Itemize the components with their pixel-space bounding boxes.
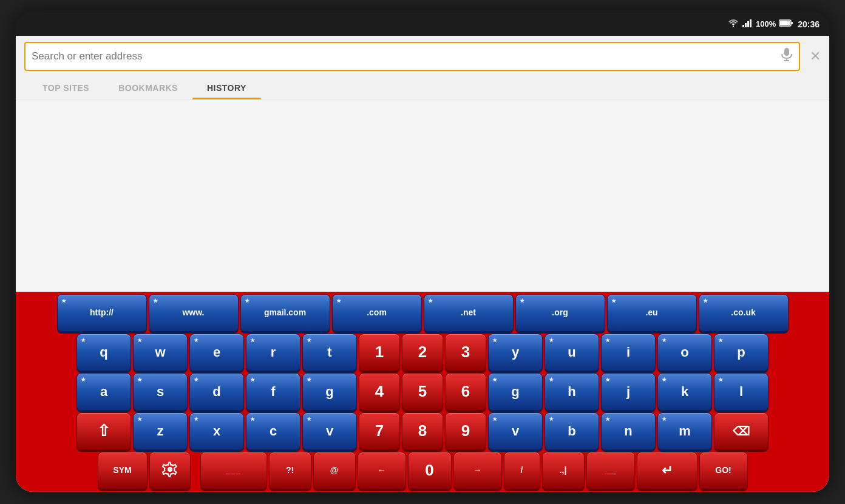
tab-history[interactable]: HISTORY	[192, 76, 261, 99]
key-dotnet[interactable]: ★ .net	[424, 294, 514, 332]
left-arrow-key[interactable]: ←	[358, 452, 406, 489]
slash-key[interactable]: /	[504, 452, 540, 489]
svg-point-10	[168, 467, 172, 472]
star-icon: ★	[662, 337, 667, 343]
key-z[interactable]: ★z	[133, 412, 188, 450]
key-q[interactable]: ★q	[76, 334, 131, 371]
key-h[interactable]: ★h	[545, 373, 599, 411]
gear-icon	[162, 462, 178, 480]
key-n[interactable]: ★n	[601, 412, 656, 450]
key-i[interactable]: ★i	[601, 334, 656, 371]
key-u[interactable]: ★u	[545, 334, 599, 371]
star-icon: ★	[605, 416, 610, 422]
star-icon: ★	[492, 416, 497, 422]
divider	[192, 452, 199, 489]
star-icon: ★	[307, 416, 311, 422]
star-icon: ★	[245, 298, 249, 304]
tab-bookmarks[interactable]: BOOKMARKS	[104, 76, 192, 99]
key-d[interactable]: ★d	[189, 373, 244, 411]
dotcomma-key[interactable]: .,|	[542, 452, 585, 489]
key-http[interactable]: ★ http://	[57, 294, 147, 332]
key-dotorg[interactable]: ★ .org	[515, 294, 605, 332]
star-icon: ★	[549, 416, 554, 422]
key-doteu[interactable]: ★ .eu	[607, 294, 697, 332]
key-s[interactable]: ★s	[133, 373, 188, 411]
star-icon: ★	[137, 416, 142, 422]
signal-icon	[742, 19, 753, 29]
star-icon: ★	[307, 337, 311, 343]
key-gmail[interactable]: ★ gmail.com	[240, 294, 330, 332]
key-dotcouk[interactable]: ★ .co.uk	[699, 294, 789, 332]
sym-key[interactable]: SYM	[98, 452, 148, 489]
key-j[interactable]: ★j	[601, 373, 656, 411]
address-input[interactable]	[32, 50, 781, 62]
key-7[interactable]: 7	[359, 412, 400, 450]
mini-space-key[interactable]: ___	[586, 452, 635, 489]
star-icon: ★	[549, 377, 554, 383]
key-6[interactable]: 6	[445, 373, 486, 411]
key-1[interactable]: 1	[359, 334, 400, 371]
key-r[interactable]: ★r	[246, 334, 300, 371]
star-icon: ★	[718, 337, 723, 343]
mic-icon[interactable]	[781, 48, 793, 64]
key-5[interactable]: 5	[402, 373, 443, 411]
key-2[interactable]: 2	[402, 334, 443, 371]
go-key[interactable]: GO!	[699, 452, 748, 489]
key-l[interactable]: ★l	[714, 373, 769, 411]
star-icon: ★	[492, 377, 497, 383]
svg-rect-5	[780, 21, 790, 25]
space-left[interactable]: ___	[200, 452, 267, 489]
key-0[interactable]: 0	[408, 452, 452, 489]
interrobang-key[interactable]: ?!	[269, 452, 311, 489]
enter-icon: ↵	[662, 463, 673, 479]
key-y[interactable]: ★y	[488, 334, 543, 371]
browser-area: ✕ TOP SITES BOOKMARKS HISTORY ★ http:// …	[16, 36, 829, 492]
svg-rect-2	[747, 21, 749, 27]
star-icon: ★	[307, 377, 311, 383]
key-v[interactable]: ★v	[302, 412, 357, 450]
star-icon: ★	[250, 416, 255, 422]
key-b[interactable]: ★b	[545, 412, 599, 450]
key-9[interactable]: 9	[445, 412, 486, 450]
enter-key[interactable]: ↵	[637, 452, 697, 489]
key-k[interactable]: ★k	[657, 373, 712, 411]
key-o[interactable]: ★o	[657, 334, 712, 371]
key-www[interactable]: ★ www.	[149, 294, 239, 332]
key-w[interactable]: ★w	[133, 334, 188, 371]
star-icon: ★	[250, 337, 255, 343]
key-v2[interactable]: ★v	[488, 412, 543, 450]
key-c[interactable]: ★c	[246, 412, 300, 450]
star-icon: ★	[81, 377, 86, 383]
key-e[interactable]: ★e	[189, 334, 244, 371]
key-g2[interactable]: ★g	[488, 373, 543, 411]
star-icon: ★	[137, 337, 142, 343]
key-3[interactable]: 3	[445, 334, 486, 371]
shift-key[interactable]: ⇧	[76, 412, 131, 450]
key-dotcom[interactable]: ★ .com	[332, 294, 422, 332]
address-bar[interactable]	[24, 42, 800, 71]
tab-top-sites[interactable]: TOP SITES	[28, 76, 104, 99]
key-8[interactable]: 8	[402, 412, 443, 450]
key-t[interactable]: ★t	[302, 334, 357, 371]
key-4[interactable]: 4	[359, 373, 400, 411]
right-arrow-key[interactable]: →	[453, 452, 502, 489]
clear-button[interactable]: ✕	[805, 49, 821, 64]
mini-space-label: ___	[605, 467, 616, 474]
star-icon: ★	[194, 337, 199, 343]
row-zxcv: ⇧ ★z ★x ★c ★v 7 8 9 ★v ★b ★n ★m ⌫	[18, 412, 827, 450]
backspace-key[interactable]: ⌫	[714, 412, 769, 450]
address-bar-row: ✕	[16, 36, 829, 76]
row-qwert: ★q ★w ★e ★r ★t 1 2 3 ★y ★u ★i ★o ★p	[18, 334, 827, 371]
key-x[interactable]: ★x	[189, 412, 244, 450]
key-p[interactable]: ★p	[714, 334, 769, 371]
key-f[interactable]: ★f	[246, 373, 300, 411]
key-a[interactable]: ★a	[76, 373, 131, 411]
star-icon: ★	[662, 377, 667, 383]
key-g[interactable]: ★g	[302, 373, 357, 411]
star-icon: ★	[428, 298, 433, 304]
star-icon: ★	[520, 298, 524, 304]
star-icon: ★	[61, 298, 66, 304]
settings-key[interactable]	[149, 452, 191, 489]
at-key[interactable]: @	[313, 452, 356, 489]
key-m[interactable]: ★m	[657, 412, 712, 450]
